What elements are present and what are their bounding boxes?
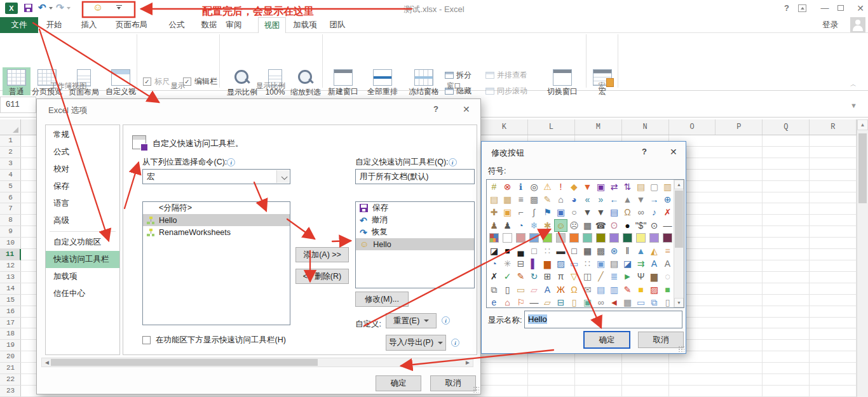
modify-button[interactable]: 修改(M)... bbox=[355, 292, 409, 307]
symbol-cell[interactable]: ◭ bbox=[648, 245, 661, 257]
row-header-7[interactable]: 7 bbox=[0, 203, 21, 215]
options-help-icon[interactable]: ? bbox=[433, 104, 438, 114]
remove-button[interactable]: << 删除(R) bbox=[295, 269, 349, 284]
symbol-cell[interactable]: ✚ bbox=[487, 206, 501, 219]
scroll-right-icon[interactable]: ► bbox=[465, 358, 471, 367]
display-name-input[interactable]: Hello bbox=[524, 311, 682, 328]
symbol-cell[interactable]: ⊟ bbox=[554, 296, 567, 309]
symbol-cell[interactable]: ▨ bbox=[648, 283, 661, 296]
symbol-cell[interactable]: ▤ bbox=[594, 283, 607, 296]
scroll-thumb[interactable] bbox=[675, 191, 683, 248]
row-header-16[interactable]: 16 bbox=[0, 306, 21, 318]
list-item-撤消[interactable]: ↶撤消 bbox=[356, 214, 474, 226]
symbol-cell[interactable]: Ψ bbox=[634, 270, 648, 283]
symbol-cell[interactable]: ▌ bbox=[527, 257, 541, 270]
scroll-thumb[interactable] bbox=[51, 359, 318, 366]
sidebar-item-信任中心[interactable]: 信任中心 bbox=[46, 285, 119, 302]
symbol-cell[interactable]: ☺ bbox=[554, 219, 567, 232]
import-export-button[interactable]: 导入/导出(P) bbox=[386, 335, 446, 351]
symbol-cell[interactable]: ∷ bbox=[541, 245, 554, 257]
symbol-cell[interactable]: ⧉ bbox=[648, 296, 661, 309]
symbol-cell[interactable]: ⚐ bbox=[514, 296, 527, 309]
row-header-12[interactable]: 12 bbox=[0, 260, 21, 272]
symbol-cell[interactable] bbox=[607, 232, 621, 245]
symbol-cell[interactable]: ■ bbox=[634, 283, 648, 296]
symbol-cell[interactable]: ╱ bbox=[594, 270, 607, 283]
tab-团队[interactable]: 团队 bbox=[324, 17, 351, 33]
symbol-picker[interactable]: #⊗ℹ◎⚠!◆▼▣⇄⇅▤▢▥▤▦≡▩✎⌂◕«»←▲▼→⊕✚▣⌐∫⚑▣○▼▼▤Ω∞… bbox=[486, 179, 684, 308]
symbol-cell[interactable]: ⊗ bbox=[501, 180, 514, 193]
symbol-cell[interactable]: ► bbox=[621, 270, 634, 283]
symbol-cell[interactable]: ⊛ bbox=[607, 245, 621, 257]
symbol-cell[interactable]: ‖ bbox=[621, 245, 634, 257]
symbol-cell[interactable]: ▦ bbox=[621, 296, 634, 309]
symbol-cell[interactable] bbox=[541, 232, 554, 245]
list-item-RenameWorksheets[interactable]: RenameWorksheets bbox=[143, 226, 290, 238]
row-header-8[interactable]: 8 bbox=[0, 215, 21, 226]
sidebar-item-公式[interactable]: 公式 bbox=[46, 144, 119, 161]
symbol-cell[interactable] bbox=[487, 232, 501, 245]
symbol-cell[interactable]: ✱ bbox=[541, 219, 554, 232]
tab-视图[interactable]: 视图 bbox=[258, 17, 286, 34]
symbol-cell[interactable]: ⇉ bbox=[634, 257, 648, 270]
symbol-cell[interactable]: ▼ bbox=[594, 206, 607, 219]
symbol-cell[interactable]: ▯ bbox=[661, 296, 674, 309]
column-header-L[interactable]: L bbox=[528, 119, 575, 135]
row-header-1[interactable]: 1 bbox=[0, 135, 21, 147]
symbol-cell[interactable] bbox=[594, 232, 607, 245]
tab-数据[interactable]: 数据 bbox=[196, 17, 222, 33]
symbol-cell[interactable]: ℹ bbox=[514, 180, 527, 193]
column-header-R[interactable]: R bbox=[810, 119, 857, 135]
row-header-2[interactable]: 2 bbox=[0, 147, 21, 158]
symbol-cell[interactable]: ⚑ bbox=[541, 206, 554, 219]
symbol-cell[interactable]: ▣ bbox=[594, 257, 607, 270]
minimize-icon[interactable]: — bbox=[818, 3, 831, 13]
symbol-cell[interactable]: ◕ bbox=[567, 193, 581, 206]
formula-bar-expand-icon[interactable]: ▼ bbox=[850, 102, 857, 109]
row-header-17[interactable]: 17 bbox=[0, 318, 21, 329]
symbol-cell[interactable]: ▣ bbox=[501, 206, 514, 219]
sidebar-item-加载项[interactable]: 加载项 bbox=[46, 268, 119, 285]
symbol-cell[interactable]: ▯ bbox=[501, 283, 514, 296]
symbol-cell[interactable]: ▩ bbox=[594, 245, 607, 257]
row-header-9[interactable]: 9 bbox=[0, 226, 21, 238]
column-header-Q[interactable]: Q bbox=[763, 119, 810, 135]
avatar[interactable] bbox=[850, 17, 865, 32]
symbol-cell[interactable]: A bbox=[648, 257, 661, 270]
row-header-20[interactable]: 20 bbox=[0, 351, 21, 363]
column-header-N[interactable]: N bbox=[622, 119, 669, 135]
options-ok-button[interactable]: 确定 bbox=[376, 375, 421, 391]
row-header-10[interactable]: 10 bbox=[0, 238, 21, 249]
modify-cancel-button[interactable]: 取消 bbox=[638, 332, 684, 348]
symbol-cell[interactable]: ▼ bbox=[581, 206, 594, 219]
symbol-cell[interactable]: ■ bbox=[661, 283, 674, 296]
symbol-cell[interactable]: ◪ bbox=[621, 257, 634, 270]
symbol-cell[interactable]: e bbox=[487, 296, 501, 309]
modify-close-icon[interactable]: ✕ bbox=[670, 147, 677, 157]
sidebar-item-高级[interactable]: 高级 bbox=[46, 212, 119, 229]
tab-文件[interactable]: 文件 bbox=[0, 17, 38, 33]
symbol-cell[interactable]: ● bbox=[621, 219, 634, 232]
symbol-cell[interactable]: ▨ bbox=[554, 257, 567, 270]
symbol-cell[interactable]: ▢ bbox=[648, 180, 661, 193]
sheet-vertical-scrollbar[interactable]: ▲ bbox=[857, 119, 868, 397]
sidebar-item-自定义功能区[interactable]: 自定义功能区 bbox=[46, 234, 119, 251]
sign-in-link[interactable]: 登录 bbox=[822, 20, 838, 30]
list-item-恢复[interactable]: ↷恢复 bbox=[356, 226, 474, 238]
tab-插入[interactable]: 插入 bbox=[76, 17, 102, 33]
row-header-18[interactable]: 18 bbox=[0, 328, 21, 340]
symbol-cell[interactable]: ▆ bbox=[648, 270, 661, 283]
symbol-cell[interactable]: ▣ bbox=[594, 180, 607, 193]
symbol-cell[interactable]: ↻ bbox=[527, 270, 541, 283]
symbol-cell[interactable] bbox=[581, 232, 594, 245]
resize-grip[interactable] bbox=[473, 386, 479, 393]
modify-help-icon[interactable]: ? bbox=[642, 147, 647, 156]
symbol-cell[interactable]: ⚠ bbox=[541, 180, 554, 193]
symbol-cell[interactable]: ▣ bbox=[581, 296, 594, 309]
symbol-cell[interactable]: ▥ bbox=[661, 180, 674, 193]
symbol-cell[interactable]: ▥ bbox=[607, 283, 621, 296]
symbol-cell[interactable]: ʘ bbox=[607, 219, 621, 232]
symbol-cell[interactable]: ◪ bbox=[487, 245, 501, 257]
symbol-cell[interactable]: Ω bbox=[567, 283, 581, 296]
symbol-cell[interactable]: ⌂ bbox=[554, 193, 567, 206]
